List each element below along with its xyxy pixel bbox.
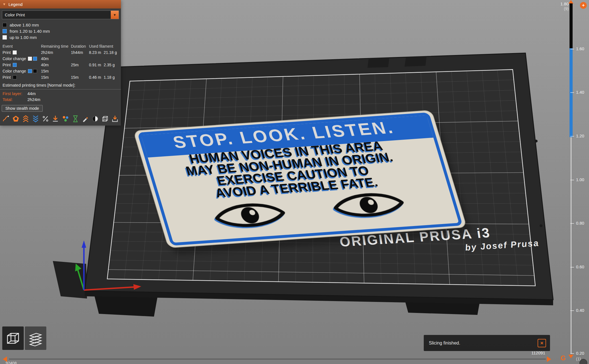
layer-slider-track[interactable]	[571, 137, 571, 354]
move-slider-track[interactable]	[9, 359, 546, 359]
move-slider-current-value: 92408	[6, 361, 17, 364]
move-slider-right-handle[interactable]	[547, 356, 551, 362]
tool-changes-icon[interactable]	[61, 114, 69, 123]
view-type-value: Color Print	[2, 12, 111, 17]
color-swatch	[3, 23, 7, 27]
color-swatch	[3, 35, 7, 40]
stealth-mode-button[interactable]: Show stealth mode	[2, 105, 43, 112]
prusaslicer-preview-window: ORIGINAL PRUSA i3 MK3 by Josef Prusa STO…	[0, 0, 589, 364]
layer-tick-label: 0.40	[576, 308, 589, 313]
layer-tick-label: 1.40	[576, 90, 589, 95]
deretractions-icon[interactable]	[31, 114, 40, 123]
custom-gcodes-icon[interactable]	[81, 114, 90, 123]
height-ranges: above 1.60 mm from 1.20 to 1.40 mm up to…	[0, 21, 121, 41]
event-row: Color change 40m	[0, 56, 121, 62]
bed-notch	[368, 58, 389, 68]
events-table-header: Event Remaining time Duration Used filam…	[0, 43, 121, 49]
bed-front-left-wing	[53, 261, 87, 299]
color-swatch	[3, 29, 7, 33]
layer-tick-label: 1.20	[576, 133, 589, 138]
travels-icon[interactable]	[2, 114, 10, 123]
legend-panel: ▼ Legend Color Print ▼ above 1.60 mm fro…	[0, 0, 121, 126]
layer-slider[interactable]: 1.80 (9) + 1.60 1.40 1.20 1.00 0.80 0.60…	[558, 0, 589, 364]
filament-color-swatch	[33, 57, 37, 61]
filament-color-swatch	[33, 69, 37, 73]
layers-stack-icon	[27, 330, 44, 347]
notification-toast: Slicing finished. ×	[424, 335, 550, 351]
layer-slider-top-value: 1.80	[558, 1, 569, 6]
event-row: Print 15m 15m 0.46 m 1.18 g	[0, 74, 121, 80]
gcode-window-button[interactable]: G	[560, 354, 566, 362]
layer-tick-label: 1.60	[576, 46, 589, 51]
printed-model-sign[interactable]: STOP. LOOK. LISTEN. HUMAN VOICES IN THIS…	[133, 110, 467, 248]
layer-slider-top-layer: (9)	[558, 6, 569, 11]
legend-toolbar	[0, 112, 121, 126]
collapse-triangle-icon: ▼	[3, 2, 6, 6]
range-row: from 1.20 to 1.40 mm	[3, 28, 118, 34]
event-row: Print 40m 25m 0.91 m 2.35 g	[0, 62, 121, 68]
filament-color-swatch	[13, 63, 17, 67]
color-changes-icon[interactable]	[51, 114, 60, 123]
dropdown-button[interactable]: ▼	[111, 11, 119, 19]
total-time-row: Total: 2h24m	[0, 97, 121, 102]
cube-wireframe-icon	[5, 330, 21, 347]
move-slider-max-value: 112091	[510, 350, 545, 355]
estimated-times-heading: Estimated printing times [Normal mode]:	[0, 80, 121, 88]
retractions-icon[interactable]	[21, 114, 30, 123]
shells-icon[interactable]	[91, 114, 99, 123]
notification-message: Slicing finished.	[429, 341, 460, 346]
event-row: Color change 15m	[0, 68, 121, 74]
3d-editor-view-button[interactable]	[2, 326, 24, 350]
pause-prints-icon[interactable]	[71, 114, 80, 123]
filament-color-swatch	[13, 75, 17, 79]
bed-screw-hole	[540, 224, 542, 227]
events-table: Event Remaining time Duration Used filam…	[0, 43, 121, 80]
output-icon[interactable]	[111, 114, 119, 123]
legend-title: Legend	[8, 2, 23, 7]
range-row: up to 1.00 mm	[3, 34, 118, 40]
layer-tick-label: 0.60	[576, 264, 589, 269]
layer-tick-label: 0.80	[576, 221, 589, 225]
z-axis-arrow	[82, 240, 86, 248]
layer-tick-label: 1.00	[576, 177, 589, 182]
event-row: Print 2h24m 1h44m 8.23 m 21.18 g	[0, 49, 121, 56]
range-label: up to 1.00 mm	[10, 35, 37, 40]
range-label: from 1.20 to 1.40 mm	[10, 29, 50, 34]
view-mode-buttons	[2, 326, 46, 350]
range-label: above 1.60 mm	[10, 23, 39, 27]
filament-color-swatch	[28, 57, 32, 61]
box-icon[interactable]	[101, 114, 109, 123]
filament-color-swatch	[28, 69, 32, 73]
bed-screw-hole	[535, 140, 538, 142]
view-type-dropdown[interactable]: Color Print ▼	[2, 10, 119, 19]
add-color-change-button[interactable]: +	[580, 2, 587, 9]
move-slider[interactable]: 112091 92408 G	[0, 350, 589, 364]
range-row: above 1.60 mm	[3, 22, 118, 28]
notification-close-button[interactable]: ×	[538, 339, 546, 347]
seams-icon[interactable]	[41, 114, 50, 123]
plater-icon[interactable]	[12, 114, 20, 123]
filament-color-swatch	[13, 51, 17, 54]
legend-titlebar[interactable]: ▼ Legend	[0, 0, 121, 8]
bed-notch	[405, 56, 427, 67]
layer-color-band-black	[570, 3, 573, 48]
chevron-down-icon: ▼	[113, 13, 116, 17]
first-layer-time-row: First layer: 44m	[0, 91, 121, 97]
preview-view-button[interactable]	[25, 326, 46, 350]
separator	[0, 89, 121, 89]
